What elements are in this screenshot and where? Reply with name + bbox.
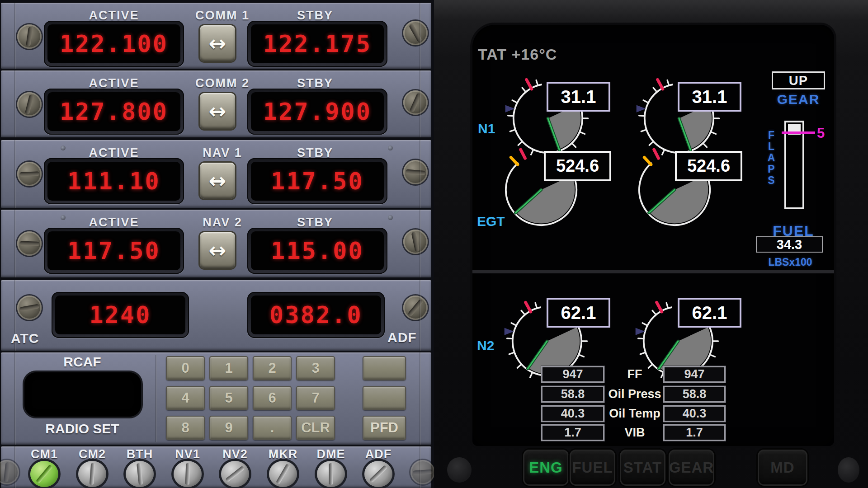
comm2-swap-button[interactable]: ↔ xyxy=(200,93,235,129)
swap-arrows-icon: ↔ xyxy=(209,169,226,193)
audio-cm1: CM1 xyxy=(21,446,68,488)
comm2-active-display: 127.800 xyxy=(44,89,184,135)
screw xyxy=(403,160,428,184)
bezel-knob xyxy=(838,457,859,483)
flaps-target-line xyxy=(782,131,815,134)
audio-dme: DME xyxy=(307,446,354,488)
egt-right-readout: 524.6 xyxy=(675,151,742,181)
screw xyxy=(403,21,428,45)
flaps-label: FLAPS xyxy=(765,130,777,186)
swap-arrows-icon: ↔ xyxy=(209,99,226,123)
key-3[interactable]: 3 xyxy=(296,356,335,380)
comm1-stby-display: 122.175 xyxy=(247,21,387,67)
n1-right-readout: 31.1 xyxy=(678,82,741,112)
screw xyxy=(403,90,428,115)
bth-knob[interactable] xyxy=(126,461,154,487)
key-0[interactable]: 0 xyxy=(166,356,205,380)
screen-divider xyxy=(472,270,834,273)
key-7[interactable]: 7 xyxy=(296,386,335,410)
key-9[interactable]: 9 xyxy=(209,416,248,440)
swap-arrows-icon: ↔ xyxy=(209,31,226,56)
nav2-active-display: 117.50 xyxy=(44,228,184,274)
dme-knob[interactable] xyxy=(317,461,345,487)
flaps-target-value: 5 xyxy=(817,125,825,141)
oil-temp-left-value: 40.3 xyxy=(541,405,604,422)
fuel-mode-button[interactable]: FUEL xyxy=(570,450,615,486)
stat-mode-button[interactable]: STAT xyxy=(620,450,665,486)
cm2-knob[interactable] xyxy=(78,461,106,487)
key-blank[interactable] xyxy=(363,356,406,380)
oil-press-left-value: 58.8 xyxy=(541,386,604,403)
atc-adf-panel: 1240 0382.0 ATC ADF xyxy=(1,280,431,351)
audio-mkr: MKR xyxy=(259,446,307,488)
fuel-quantity-box: 34.3 xyxy=(756,236,823,253)
audio-cm2: CM2 xyxy=(69,446,116,488)
vib-left-value: 1.7 xyxy=(541,424,604,441)
nav2-panel: ACTIVE NAV 2 STBY 117.50 ↔ 115.00 xyxy=(1,210,431,277)
key-clr[interactable]: CLR xyxy=(296,416,335,440)
radio-set-title: RCAF xyxy=(19,354,146,370)
key-blank[interactable] xyxy=(363,386,406,410)
audio-bth: BTH xyxy=(116,446,163,488)
gear-label: GEAR xyxy=(772,92,825,107)
key-dot[interactable]: . xyxy=(253,416,292,440)
divider xyxy=(156,355,157,442)
nav2-swap-button[interactable]: ↔ xyxy=(200,232,235,268)
nav2-stby-display: 115.00 xyxy=(247,228,387,274)
nv1-knob[interactable] xyxy=(174,461,202,487)
key-5[interactable]: 5 xyxy=(209,386,248,410)
key-pfd[interactable]: PFD xyxy=(363,416,406,440)
gear-mode-button[interactable]: GEAR xyxy=(669,450,714,486)
vib-label: VIB xyxy=(606,424,663,441)
screw-dot xyxy=(388,145,393,150)
nv2-knob[interactable] xyxy=(221,461,249,487)
tat-readout: TAT +16°C xyxy=(478,46,557,63)
comm2-stby-display: 127.900 xyxy=(247,89,387,135)
adf-knob[interactable] xyxy=(364,461,392,487)
audio-nv2: NV2 xyxy=(212,446,259,488)
key-1[interactable]: 1 xyxy=(209,356,248,380)
screw xyxy=(17,296,42,320)
key-4[interactable]: 4 xyxy=(166,386,205,410)
ff-left-value: 947 xyxy=(541,366,604,383)
eicas-screen: TAT +16°C N1 xyxy=(472,25,834,446)
comm1-swap-button[interactable]: ↔ xyxy=(200,25,235,61)
gear-position-box: UP xyxy=(772,71,825,89)
screw xyxy=(0,460,19,484)
n2-right-readout: 62.1 xyxy=(678,298,741,328)
md-mode-button[interactable]: MD xyxy=(758,450,807,486)
cm1-knob[interactable] xyxy=(30,461,58,487)
radio-set-caption: RADIO SET xyxy=(19,421,146,436)
nav1-stby-display: 117.50 xyxy=(247,158,387,204)
key-8[interactable]: 8 xyxy=(166,416,205,440)
key-6[interactable]: 6 xyxy=(253,386,292,410)
audio-nv1: NV1 xyxy=(164,446,211,488)
oil-press-right-value: 58.8 xyxy=(663,386,726,403)
key-2[interactable]: 2 xyxy=(253,356,292,380)
vib-right-value: 1.7 xyxy=(663,424,726,441)
ff-right-value: 947 xyxy=(663,366,726,383)
oil-temp-label: Oil Temp xyxy=(606,405,663,422)
screw xyxy=(17,162,42,186)
adf-label: ADF xyxy=(387,330,417,345)
screw xyxy=(403,296,428,320)
screw xyxy=(17,231,42,256)
mkr-knob[interactable] xyxy=(269,461,297,487)
screw xyxy=(410,460,435,484)
screw-dot xyxy=(388,215,393,220)
eicas-unit: TAT +16°C N1 xyxy=(434,0,868,488)
swap-arrows-icon: ↔ xyxy=(209,238,226,263)
atc-label: ATC xyxy=(11,331,39,346)
radio-set-panel: RCAF RADIO SET 0 1 2 3 4 5 6 7 8 9 . CLR… xyxy=(1,352,431,445)
nav1-active-display: 111.10 xyxy=(44,158,184,204)
oil-temp-right-value: 40.3 xyxy=(663,405,726,422)
eng-mode-button[interactable]: ENG xyxy=(523,450,569,486)
screw xyxy=(403,230,428,254)
audio-panel: CM1 CM2 BTH NV1 NV2 MKR DME ADF xyxy=(1,446,431,488)
comm1-panel: ACTIVE COMM 1 STBY 122.100 ↔ 122.175 xyxy=(1,3,431,69)
n2-left-readout: 62.1 xyxy=(547,298,610,328)
n1-left-readout: 31.1 xyxy=(547,82,610,112)
nav1-swap-button[interactable]: ↔ xyxy=(200,163,235,199)
ff-label: FF xyxy=(606,366,663,383)
radio-set-display xyxy=(24,372,141,417)
